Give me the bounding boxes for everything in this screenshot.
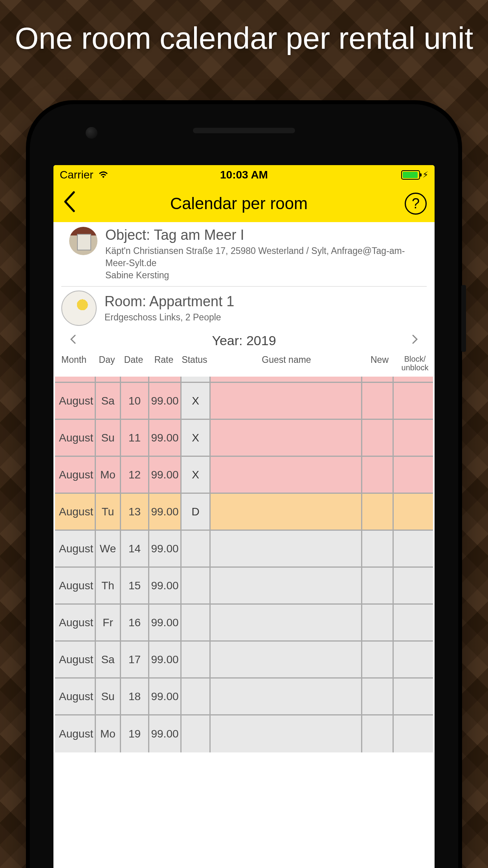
year-nav: Year: 2019: [53, 329, 435, 351]
table-header: Month Day Date Rate Status Guest name Ne…: [53, 351, 435, 377]
cell-status: [182, 642, 211, 677]
table-row[interactable]: AugustTu1399.00D: [55, 494, 433, 531]
wifi-icon: [97, 168, 109, 182]
cell-block: [394, 420, 433, 456]
cell-status: [182, 531, 211, 566]
status-bar: Carrier 10:03 AM ⚡︎: [53, 165, 435, 185]
cell-block: [394, 494, 433, 530]
year-prev-button[interactable]: [69, 333, 77, 348]
cell-month: August: [55, 568, 96, 603]
cell-guest: [211, 605, 362, 640]
table-row[interactable]: AugustSa1099.00X: [55, 383, 433, 420]
table-row[interactable]: AugustTh1599.00: [55, 568, 433, 605]
cell-new: [362, 420, 394, 456]
cell-block: [394, 531, 433, 566]
cell-rate: 99.00: [149, 531, 182, 566]
cell-guest: [211, 715, 362, 752]
col-block: Block/ unblock: [395, 355, 435, 372]
cell-new: [362, 605, 394, 640]
cell-day: Su: [96, 420, 121, 456]
info-section: Object: Tag am Meer I Käpt'n Christianse…: [53, 222, 435, 377]
cell-new: [362, 531, 394, 566]
cell-block: [394, 679, 433, 714]
year-next-button[interactable]: [411, 333, 419, 348]
object-thumbnail: [69, 227, 97, 255]
cell-status: X: [182, 383, 211, 419]
cell-status: X: [182, 457, 211, 493]
cell-status: D: [182, 494, 211, 530]
cell-new: [362, 383, 394, 419]
table-row[interactable]: AugustMo1299.00X: [55, 457, 433, 494]
table-row[interactable]: AugustSu1199.00X: [55, 420, 433, 457]
table-row[interactable]: AugustWe1499.00: [55, 531, 433, 568]
battery-icon: [401, 170, 420, 180]
col-date: Date: [119, 355, 148, 372]
cell-month: August: [55, 605, 96, 640]
cell-rate: 99.00: [149, 679, 182, 714]
cell-rate: 99.00: [149, 715, 182, 752]
col-rate: Rate: [148, 355, 180, 372]
cell-block: [394, 642, 433, 677]
cell-date: 13: [121, 494, 149, 530]
table-row[interactable]: AugustSa1799.00: [55, 642, 433, 679]
cell-date: 17: [121, 642, 149, 677]
cell-block: [394, 605, 433, 640]
cell-rate: 99.00: [149, 494, 182, 530]
col-new: New: [364, 355, 395, 372]
charging-icon: ⚡︎: [422, 170, 428, 180]
cell-new: [362, 642, 394, 677]
room-row[interactable]: Room: Appartment 1 Erdgeschoss Links, 2 …: [53, 288, 435, 329]
cell-guest: [211, 568, 362, 603]
table-row[interactable]: AugustFr1699.00: [55, 605, 433, 642]
cell-new: [362, 715, 394, 752]
col-month: Month: [53, 355, 94, 372]
cell-new: [362, 494, 394, 530]
cell-day: Su: [96, 679, 121, 714]
cell-day: Sa: [96, 642, 121, 677]
cell-block: [394, 715, 433, 752]
table-row[interactable]: AugustSu1899.00: [55, 679, 433, 715]
cell-day: Mo: [96, 715, 121, 752]
phone-speaker: [193, 128, 295, 133]
cell-status: [182, 605, 211, 640]
col-day: Day: [94, 355, 119, 372]
cell-block: [394, 568, 433, 603]
col-guest: Guest name: [209, 355, 364, 372]
cell-guest: [211, 531, 362, 566]
cell-day: We: [96, 531, 121, 566]
cell-status: [182, 715, 211, 752]
nav-bar: Calendar per room ?: [53, 185, 435, 222]
cell-day: Fr: [96, 605, 121, 640]
cell-month: August: [55, 420, 96, 456]
cell-day: Mo: [96, 457, 121, 493]
room-title: Room: Appartment 1: [105, 293, 427, 310]
object-address: Käpt'n Christiansen Straße 17, 25980 Wes…: [105, 245, 419, 269]
cell-guest: [211, 383, 362, 419]
cell-rate: 99.00: [149, 457, 182, 493]
table-body[interactable]: AugustSa1099.00XAugustSu1199.00XAugustMo…: [53, 377, 435, 868]
phone-camera: [86, 127, 97, 139]
cell-date: 19: [121, 715, 149, 752]
cell-block: [394, 457, 433, 493]
object-row[interactable]: Object: Tag am Meer I Käpt'n Christianse…: [61, 222, 427, 287]
cell-new: [362, 568, 394, 603]
cell-date: 14: [121, 531, 149, 566]
cell-month: August: [55, 642, 96, 677]
cell-date: 12: [121, 457, 149, 493]
cell-guest: [211, 642, 362, 677]
cell-date: 15: [121, 568, 149, 603]
cell-date: 16: [121, 605, 149, 640]
cell-rate: 99.00: [149, 383, 182, 419]
help-button[interactable]: ?: [405, 193, 427, 215]
year-label: Year: 2019: [212, 333, 276, 348]
cell-guest: [211, 494, 362, 530]
cell-new: [362, 679, 394, 714]
col-status: Status: [180, 355, 209, 372]
phone-sensor: [230, 151, 258, 162]
cell-rate: 99.00: [149, 420, 182, 456]
promo-headline: One room calendar per rental unit: [0, 22, 488, 55]
cell-month: August: [55, 531, 96, 566]
cell-status: [182, 568, 211, 603]
carrier-label: Carrier: [60, 169, 94, 181]
table-row[interactable]: AugustMo1999.00: [55, 715, 433, 752]
